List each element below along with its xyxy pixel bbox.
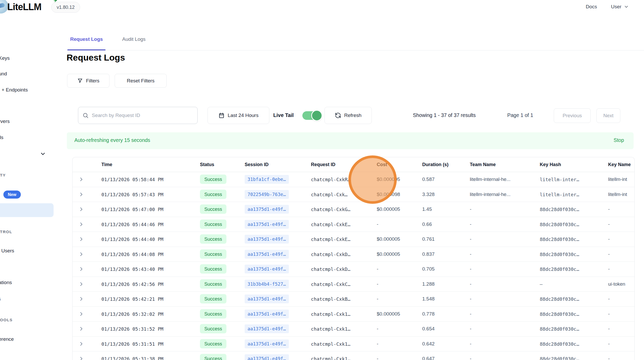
cell-time: 01/13/2026 05:31:38 PM (101, 356, 163, 360)
sidebar-item-teams[interactable]: s (0, 296, 1, 302)
cell-cost: $0.000005 (377, 311, 400, 317)
session-id-link[interactable]: aa1375d1-e49f… (245, 310, 289, 318)
reset-filters-button[interactable]: Reset Filters (115, 74, 167, 88)
cell-session-wrap: 7022549b-763e… (245, 192, 289, 197)
auto-refresh-banner: Auto-refreshing every 15 seconds Stop (67, 132, 634, 149)
cell-duration: 0.66 (422, 221, 432, 227)
session-id-link[interactable]: aa1375d1-e49f… (245, 220, 289, 229)
table-row: 01/13/2026 05:44:08 PM Success aa1375d1-… (73, 247, 634, 262)
session-id-link[interactable]: aa1375d1-e49f… (245, 265, 289, 273)
search-input[interactable] (92, 113, 193, 118)
cell-time: 01/13/2026 05:44:08 PM (101, 251, 163, 257)
session-id-link[interactable]: aa1375d1-e49f… (245, 205, 289, 214)
cell-session-wrap: 31bfa1cf-0ebe… (245, 177, 289, 182)
cell-status-wrap: Success (200, 341, 226, 346)
cell-request-id: chatcmpl-CxkC… (311, 281, 350, 287)
filter-funnel-icon (77, 78, 83, 84)
sidebar-item-keys[interactable]: Keys (0, 55, 10, 61)
sidebar-item-playground[interactable]: und (0, 71, 7, 77)
cell-team-name: - (470, 326, 471, 332)
user-menu[interactable]: User (611, 4, 629, 10)
expand-row-chevron-icon[interactable] (78, 356, 84, 360)
session-id-link[interactable]: aa1375d1-e49f… (245, 294, 289, 303)
new-badge: New (3, 191, 21, 199)
time-range-button[interactable]: Last 24 Hours (207, 107, 269, 124)
cell-cost: - (377, 326, 378, 332)
cell-key-name: litellm-int (608, 192, 627, 197)
request-logs-table: Time Status Session ID Request ID Cost D… (72, 157, 635, 360)
session-id-link[interactable]: aa1375d1-e49f… (245, 354, 289, 360)
sidebar-item-users[interactable]: Users (1, 248, 14, 254)
cell-key-name: - (608, 206, 610, 212)
sidebar-item-endpoints[interactable]: + Endpoints (2, 87, 28, 93)
cell-session-wrap: aa1375d1-e49f… (245, 207, 289, 212)
col-header-session: Session ID (245, 162, 269, 167)
expand-row-chevron-icon[interactable] (78, 326, 84, 332)
expand-row-chevron-icon[interactable] (78, 341, 84, 347)
col-header-keyhash: Key Hash (540, 162, 561, 167)
col-header-keyname: Key Name (608, 162, 631, 167)
expand-row-chevron-icon[interactable] (78, 221, 84, 227)
col-header-cost: Cost (377, 162, 387, 167)
expand-row-chevron-icon[interactable] (78, 266, 84, 272)
cell-cost: $0.000098 (377, 192, 400, 197)
table-row: 01/13/2026 05:31:52 PM Success aa1375d1-… (73, 322, 634, 337)
previous-page-button[interactable]: Previous (554, 108, 591, 123)
sidebar-item-guardrails[interactable]: ils (0, 135, 3, 140)
sidebar-item-reference[interactable]: erence (0, 336, 14, 342)
expand-row-chevron-icon[interactable] (78, 296, 84, 302)
expand-row-chevron-icon[interactable] (78, 251, 84, 257)
col-header-team: Team Name (470, 162, 496, 167)
refresh-button[interactable]: Refresh (324, 107, 372, 124)
docs-link[interactable]: Docs (586, 4, 597, 10)
session-id-link[interactable]: aa1375d1-e49f… (245, 339, 289, 348)
cell-status-wrap: Success (200, 221, 226, 227)
cell-request-id: chatcmpl-Cxk1… (311, 356, 350, 360)
next-page-button[interactable]: Next (596, 108, 620, 123)
table-row: 01/13/2026 05:44:40 PM Success aa1375d1-… (73, 232, 634, 247)
sidebar-section-tools: OOLS (0, 318, 13, 322)
sidebar-item-logs-selected[interactable] (0, 203, 54, 217)
expand-row-chevron-icon[interactable] (78, 176, 84, 182)
cell-cost: - (377, 341, 378, 347)
expand-row-chevron-icon[interactable] (78, 311, 84, 317)
cell-time: 01/13/2026 05:57:43 PM (101, 192, 163, 197)
status-badge: Success (200, 219, 226, 229)
cell-time: 01/13/2026 05:43:40 PM (101, 266, 163, 272)
session-id-link[interactable]: 31b3b4b4-f527… (245, 280, 289, 289)
cell-duration: 0.654 (422, 326, 435, 332)
status-badge: Success (200, 339, 226, 348)
session-id-link[interactable]: 31bfa1cf-0ebe… (245, 175, 289, 184)
cell-cost: - (377, 296, 378, 302)
cell-request-id: chatcmpl-CxkE… (311, 221, 350, 227)
sidebar-collapse-chevron-icon[interactable] (40, 151, 46, 157)
expand-row-chevron-icon[interactable] (78, 281, 84, 287)
tab-audit-logs[interactable]: Audit Logs (122, 36, 146, 42)
sidebar-item-organizations[interactable]: ations (0, 280, 12, 285)
cell-team-name: - (470, 221, 471, 227)
session-id-link[interactable]: 7022549b-763e… (245, 190, 289, 199)
sidebar-item-servers[interactable]: rvers (0, 119, 10, 124)
cell-request-id: chatcmpl-Cxk1… (311, 341, 350, 346)
session-id-link[interactable]: aa1375d1-e49f… (245, 324, 289, 333)
cell-status-wrap: Success (200, 251, 226, 257)
cell-status-wrap: Success (200, 296, 226, 302)
expand-row-chevron-icon[interactable] (78, 206, 84, 212)
session-id-link[interactable]: aa1375d1-e49f… (245, 235, 289, 244)
cell-cost: $0.000005 (377, 206, 400, 212)
table-body: 01/13/2026 05:58:44 PM Success 31bfa1cf-… (73, 172, 634, 360)
tab-request-logs[interactable]: Request Logs (70, 36, 103, 42)
filters-button[interactable]: Filters (67, 74, 109, 88)
session-id-link[interactable]: aa1375d1-e49f… (245, 250, 289, 259)
time-range-label: Last 24 Hours (228, 113, 258, 118)
stop-auto-refresh-button[interactable]: Stop (614, 137, 624, 143)
chevron-down-icon (624, 4, 629, 9)
expand-row-chevron-icon[interactable] (78, 236, 84, 242)
toggle-knob (311, 110, 322, 121)
search-box[interactable] (78, 107, 198, 124)
cell-session-wrap: aa1375d1-e49f… (245, 341, 289, 346)
status-badge: Success (200, 294, 226, 304)
live-tail-toggle[interactable] (302, 111, 322, 120)
expand-row-chevron-icon[interactable] (78, 192, 84, 197)
logo-wordmark: LiteLLM (7, 2, 41, 12)
